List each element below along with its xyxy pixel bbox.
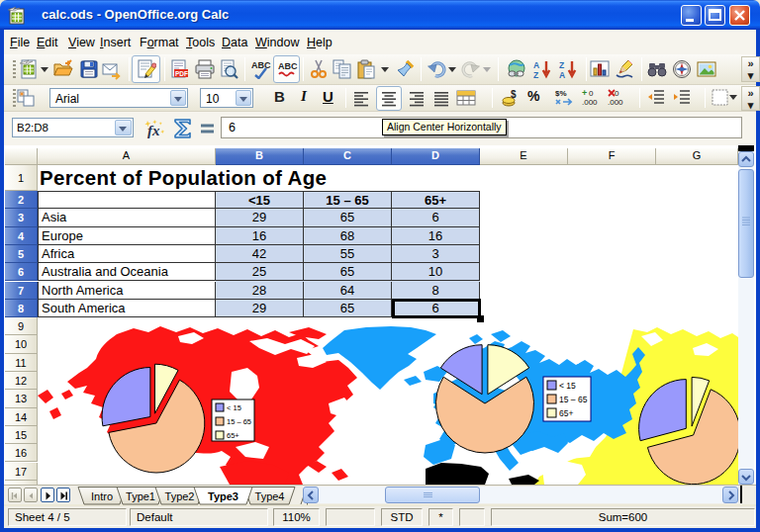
svg-text:ABC: ABC (278, 61, 298, 71)
svg-text:15 – 65: 15 – 65 (227, 417, 251, 426)
svg-text:ABC: ABC (251, 60, 271, 70)
svg-text:< 15: < 15 (559, 381, 576, 391)
svg-text:Type3: Type3 (208, 490, 238, 502)
svg-text:Type2: Type2 (165, 490, 195, 502)
svg-text:.000: .000 (582, 98, 598, 107)
svg-text:15 – 65: 15 – 65 (559, 395, 588, 404)
svg-text:Type1: Type1 (126, 490, 155, 502)
svg-text:< 15: < 15 (227, 403, 241, 412)
svg-text:Type4: Type4 (255, 490, 285, 502)
svg-text:Z: Z (533, 70, 538, 79)
svg-text:Intro: Intro (91, 490, 113, 502)
svg-text:PDF: PDF (175, 70, 188, 77)
svg-text:Z: Z (559, 60, 564, 70)
svg-text:$: $ (511, 89, 517, 100)
svg-text:.000: .000 (608, 98, 623, 107)
svg-text:0: 0 (615, 89, 619, 98)
svg-text:+: + (582, 88, 587, 98)
svg-text:A: A (533, 60, 539, 70)
svg-text:A: A (559, 70, 565, 79)
svg-text:$%: $% (555, 89, 567, 98)
svg-text:65+: 65+ (227, 431, 239, 440)
svg-text:0: 0 (589, 89, 594, 98)
svg-text:fx: fx (147, 123, 160, 138)
svg-text:65+: 65+ (559, 408, 573, 418)
